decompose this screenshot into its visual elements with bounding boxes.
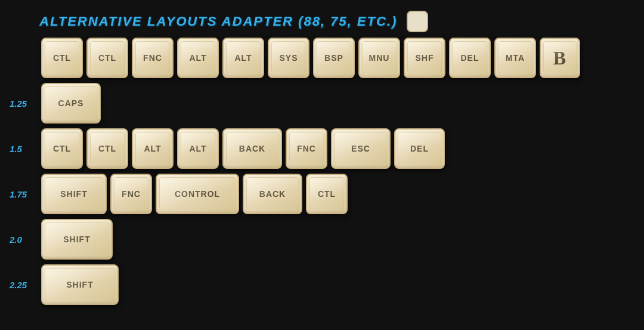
- key-alt-2[interactable]: ALT: [222, 38, 264, 78]
- key-control[interactable]: CONTROL: [156, 174, 239, 214]
- key-esc[interactable]: ESC: [331, 128, 391, 169]
- keyboard-row-6: 2.25 SHIFT: [39, 263, 582, 307]
- key-ctl-5[interactable]: CTL: [306, 174, 348, 214]
- row-label-1-75: 1.75: [10, 189, 27, 199]
- key-fnc-2[interactable]: FNC: [286, 128, 327, 169]
- keyboard-layout: CTL CTL FNC ALT ALT SYS BSP MNU SHF DEL …: [39, 36, 582, 308]
- key-shift-2[interactable]: SHIFT: [41, 219, 113, 260]
- keyboard-row-2: 1.25 CAPS: [39, 81, 582, 125]
- page-title: ALTERNATIVE LAYOUTS ADAPTER (88, 75, ETC…: [39, 14, 397, 29]
- key-shf[interactable]: SHF: [404, 38, 445, 78]
- keyboard-row-3: 1.5 CTL CTL ALT ALT BACK FNC ESC DEL: [39, 127, 582, 171]
- key-back-1[interactable]: BACK: [222, 128, 282, 169]
- row-label-1-25: 1.25: [10, 98, 27, 109]
- key-alt-4[interactable]: ALT: [177, 128, 219, 169]
- key-sys[interactable]: SYS: [268, 38, 309, 78]
- key-shift-3[interactable]: SHIFT: [41, 264, 119, 305]
- key-del-2[interactable]: DEL: [394, 128, 445, 169]
- keyboard-row-4: 1.75 SHIFT FNC CONTROL BACK CTL: [39, 172, 582, 216]
- key-ctl-2[interactable]: CTL: [86, 38, 128, 78]
- key-mnu[interactable]: MNU: [358, 38, 400, 78]
- row-label-2-25: 2.25: [10, 280, 27, 290]
- keyboard-row-5: 2.0 SHIFT: [39, 217, 582, 261]
- row-label-1-5: 1.5: [10, 144, 22, 154]
- key-back-2[interactable]: BACK: [243, 174, 302, 214]
- keyboard-row-1: CTL CTL FNC ALT ALT SYS BSP MNU SHF DEL …: [39, 36, 582, 80]
- key-mta[interactable]: MTA: [494, 38, 536, 78]
- key-alt-3[interactable]: ALT: [132, 128, 174, 169]
- page-background: ALTERNATIVE LAYOUTS ADAPTER (88, 75, ETC…: [0, 0, 644, 330]
- key-ctl-1[interactable]: CTL: [41, 38, 83, 78]
- key-caps[interactable]: CAPS: [41, 83, 101, 124]
- key-fnc-3[interactable]: FNC: [110, 174, 152, 214]
- key-b[interactable]: B: [540, 38, 580, 78]
- key-shift-1[interactable]: SHIFT: [41, 174, 107, 214]
- key-ctl-4[interactable]: CTL: [86, 128, 128, 169]
- key-fnc-1[interactable]: FNC: [132, 38, 174, 78]
- key-del-1[interactable]: DEL: [449, 38, 491, 78]
- key-bsp[interactable]: BSP: [313, 38, 355, 78]
- key-alt-1[interactable]: ALT: [177, 38, 219, 78]
- key-ctl-3[interactable]: CTL: [41, 128, 83, 169]
- row-label-2-0: 2.0: [10, 235, 22, 245]
- badge-box: [407, 11, 428, 32]
- title-area: ALTERNATIVE LAYOUTS ADAPTER (88, 75, ETC…: [39, 11, 428, 32]
